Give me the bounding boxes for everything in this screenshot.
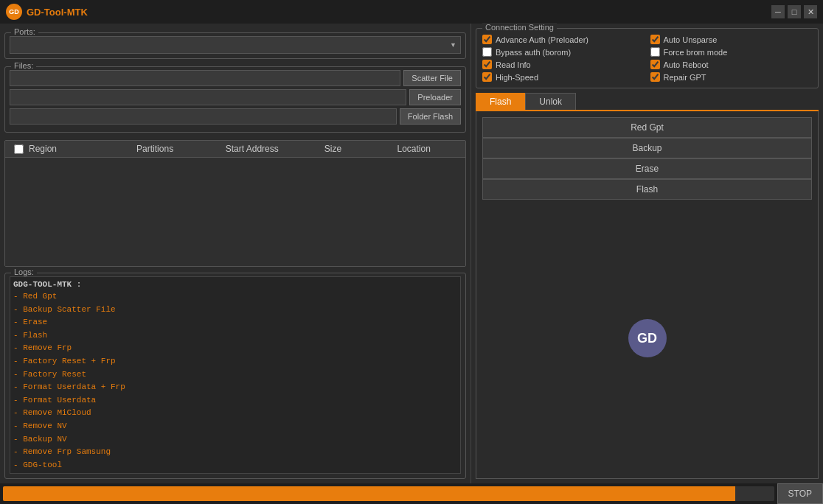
checkbox-adv_auth[interactable] bbox=[482, 35, 492, 44]
window-controls: ─ □ ✕ bbox=[771, 5, 817, 18]
log-item: - Backup NV bbox=[13, 433, 457, 447]
titlebar: GD GD-Tool-MTK ─ □ ✕ bbox=[0, 0, 823, 24]
app-logo: GD bbox=[6, 4, 22, 20]
logs-content[interactable]: GDG-TOOL-MTK : - Red Gpt - Backup Scatte… bbox=[10, 276, 461, 474]
main-content: Ports: Files: Scatter File Preloader Fol… bbox=[0, 24, 823, 483]
checkbox-label-high_speed: High-Speed bbox=[496, 73, 538, 82]
connection-checks-grid: Advance Auth (Preloader)Auto UnsparseByp… bbox=[482, 35, 812, 82]
region-header: Region bbox=[29, 144, 106, 154]
log-item: - Remove Frp bbox=[13, 342, 457, 355]
check-row-high_speed: High-Speed bbox=[482, 72, 645, 82]
ports-label: Ports: bbox=[11, 27, 38, 36]
avatar-area: GD bbox=[482, 204, 812, 472]
scatter-file-input[interactable] bbox=[10, 70, 400, 86]
tab-content: Red GptBackupEraseFlash GD bbox=[476, 111, 819, 479]
bottom-bar: STOP bbox=[0, 483, 823, 504]
checkbox-bypass_auth[interactable] bbox=[482, 47, 492, 57]
connection-settings-label: Connection Setting bbox=[482, 23, 557, 32]
check-row-auto_unsparse: Auto Unsparse bbox=[650, 35, 813, 44]
checkbox-auto_unsparse[interactable] bbox=[650, 35, 660, 44]
checkbox-force_brom[interactable] bbox=[650, 47, 660, 57]
table-body bbox=[5, 158, 465, 266]
log-item: - Format Userdata + Frp bbox=[13, 381, 457, 394]
select-all-checkbox-cell bbox=[8, 144, 29, 154]
minimize-button[interactable]: ─ bbox=[771, 5, 785, 18]
log-item: - Backup Scatter File bbox=[13, 304, 457, 317]
log-item: - Flash bbox=[13, 329, 457, 343]
tab-unlock[interactable]: Unlok bbox=[525, 93, 576, 110]
log-item: - Remove NV bbox=[13, 420, 457, 433]
checkbox-label-read_info: Read Info bbox=[496, 60, 531, 69]
folder-flash-input[interactable] bbox=[10, 108, 397, 125]
app-title: GD-Tool-MTK bbox=[27, 7, 88, 18]
checkbox-label-repair_gpt: Repair GPT bbox=[664, 73, 706, 82]
logs-label: Logs: bbox=[11, 267, 37, 276]
tab-flash[interactable]: Flash bbox=[476, 93, 525, 110]
maximize-button[interactable]: □ bbox=[788, 5, 801, 18]
tab-bar: FlashUnlok bbox=[476, 93, 819, 111]
check-row-adv_auth: Advance Auth (Preloader) bbox=[482, 35, 645, 44]
partitions-header: Partitions bbox=[106, 144, 204, 154]
partition-table: Region Partitions Start Address Size Loc… bbox=[4, 140, 466, 267]
action-button-erase[interactable]: Erase bbox=[482, 158, 812, 179]
log-item: - Remove MiCloud bbox=[13, 407, 457, 420]
log-item: - Remove Frp Samsung bbox=[13, 446, 457, 459]
tabs-area: FlashUnlok Red GptBackupEraseFlash GD bbox=[476, 93, 819, 479]
action-button-red_gpt[interactable]: Red Gpt bbox=[482, 117, 812, 138]
files-label: Files: bbox=[11, 61, 36, 70]
log-item: - Factory Reset bbox=[13, 368, 457, 382]
titlebar-left: GD GD-Tool-MTK bbox=[6, 4, 88, 20]
checkbox-label-force_brom: Force brom mode bbox=[664, 48, 728, 57]
checkbox-label-auto_reboot: Auto Reboot bbox=[664, 60, 709, 69]
connection-settings: Connection Setting Advance Auth (Preload… bbox=[476, 28, 819, 88]
preloader-row: Preloader bbox=[10, 89, 461, 105]
location-header: Location bbox=[365, 144, 462, 154]
logs-group: Logs: GDG-TOOL-MTK : - Red Gpt - Backup … bbox=[4, 273, 466, 479]
log-item: - Erase bbox=[13, 316, 457, 329]
check-row-repair_gpt: Repair GPT bbox=[650, 72, 813, 82]
log-item: - Factory Reset + Frp bbox=[13, 355, 457, 368]
right-panel: Connection Setting Advance Auth (Preload… bbox=[470, 24, 823, 483]
check-row-auto_reboot: Auto Reboot bbox=[650, 60, 813, 69]
action-button-backup[interactable]: Backup bbox=[482, 138, 812, 158]
port-select[interactable] bbox=[10, 36, 461, 54]
log-items-container: - Red Gpt - Backup Scatter File - Erase … bbox=[13, 290, 457, 472]
log-item: - GDG-tool bbox=[13, 459, 457, 472]
select-all-checkbox[interactable] bbox=[14, 144, 24, 154]
checkbox-repair_gpt[interactable] bbox=[650, 72, 660, 82]
log-title: GDG-TOOL-MTK : bbox=[13, 280, 457, 289]
size-header: Size bbox=[301, 144, 366, 154]
scatter-file-row: Scatter File bbox=[10, 70, 461, 86]
check-row-force_brom: Force brom mode bbox=[650, 47, 813, 57]
checkbox-auto_reboot[interactable] bbox=[650, 60, 660, 69]
checkbox-label-bypass_auth: Bypass auth (borom) bbox=[496, 48, 571, 57]
ports-group: Ports: bbox=[4, 32, 466, 59]
avatar: GD bbox=[628, 319, 667, 357]
start-address-header: Start Address bbox=[204, 144, 301, 154]
log-item: - Format Userdata bbox=[13, 394, 457, 407]
checkbox-label-adv_auth: Advance Auth (Preloader) bbox=[496, 35, 588, 44]
files-group: Files: Scatter File Preloader Folder Fla… bbox=[4, 66, 466, 133]
progress-bar-fill bbox=[3, 486, 735, 501]
check-row-read_info: Read Info bbox=[482, 60, 645, 69]
checkbox-label-auto_unsparse: Auto Unsparse bbox=[664, 35, 718, 44]
table-header: Region Partitions Start Address Size Loc… bbox=[5, 141, 465, 158]
checkbox-high_speed[interactable] bbox=[482, 72, 492, 82]
close-button[interactable]: ✕ bbox=[804, 5, 817, 18]
checkbox-read_info[interactable] bbox=[482, 60, 492, 69]
scatter-file-button[interactable]: Scatter File bbox=[403, 70, 461, 86]
stop-button[interactable]: STOP bbox=[777, 483, 823, 504]
progress-bar bbox=[3, 486, 774, 501]
preloader-input[interactable] bbox=[10, 89, 406, 105]
folder-flash-row: Folder Flash bbox=[10, 108, 461, 125]
action-button-flash[interactable]: Flash bbox=[482, 179, 812, 200]
log-item: - Red Gpt bbox=[13, 290, 457, 304]
port-select-wrapper bbox=[10, 36, 461, 54]
left-panel: Ports: Files: Scatter File Preloader Fol… bbox=[0, 24, 470, 483]
action-buttons-container: Red GptBackupEraseFlash bbox=[482, 117, 812, 200]
check-row-bypass_auth: Bypass auth (borom) bbox=[482, 47, 645, 57]
folder-flash-button[interactable]: Folder Flash bbox=[400, 108, 461, 125]
preloader-button[interactable]: Preloader bbox=[409, 89, 461, 105]
